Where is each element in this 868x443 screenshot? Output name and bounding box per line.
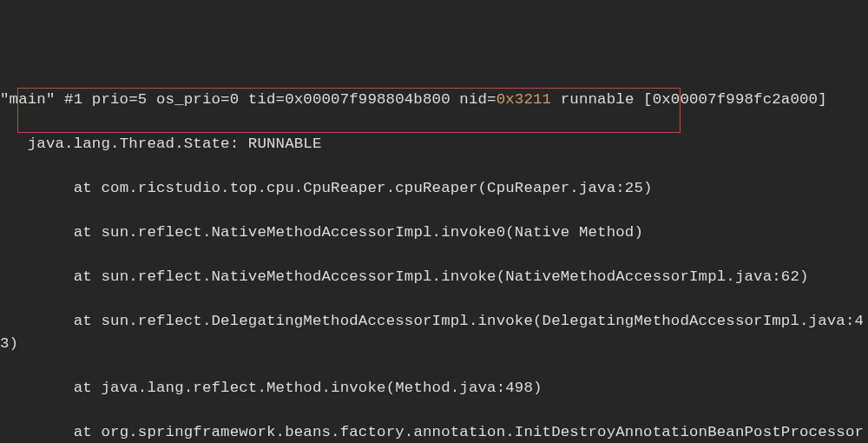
thread-header-prefix: "main" #1 prio=5 os_prio=0 tid=0x00007f9… bbox=[0, 91, 496, 108]
stack-frame: at sun.reflect.NativeMethodAccessorImpl.… bbox=[0, 222, 868, 244]
thread-nid-value: 0x3211 bbox=[496, 91, 552, 108]
stack-frame: at sun.reflect.NativeMethodAccessorImpl.… bbox=[0, 266, 868, 288]
thread-header-suffix: runnable [0x00007f998fc2a000] bbox=[551, 91, 827, 108]
terminal-output: "main" #1 prio=5 os_prio=0 tid=0x00007f9… bbox=[0, 67, 868, 444]
thread-state-line: java.lang.Thread.State: RUNNABLE bbox=[0, 133, 868, 155]
stack-frame: at com.ricstudio.top.cpu.CpuReaper.cpuRe… bbox=[0, 177, 868, 200]
stack-frame: at sun.reflect.DelegatingMethodAccessorI… bbox=[0, 310, 868, 354]
stack-frame: at java.lang.reflect.Method.invoke(Metho… bbox=[0, 377, 868, 400]
stack-frame: at org.springframework.beans.factory.ann… bbox=[0, 421, 868, 444]
thread-header-line: "main" #1 prio=5 os_prio=0 tid=0x00007f9… bbox=[0, 89, 868, 111]
